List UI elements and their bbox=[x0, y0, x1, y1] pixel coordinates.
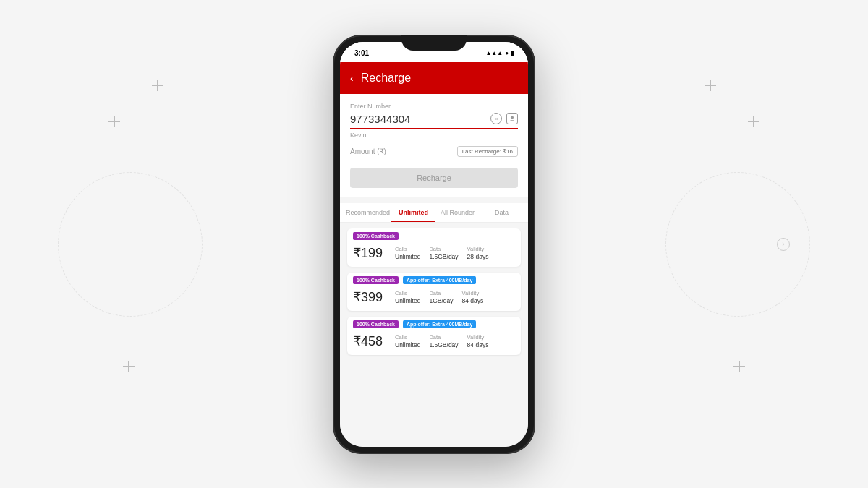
bg-cross-4 bbox=[705, 80, 716, 91]
cashback-badge-2: 100% Cashback bbox=[353, 276, 399, 284]
plan-info-2: Calls Unlimited Data 1GB/day Validity 84… bbox=[395, 290, 515, 304]
calls-info-1: Calls Unlimited bbox=[395, 246, 420, 260]
back-button[interactable]: ‹ bbox=[350, 72, 354, 84]
bg-cross-5 bbox=[123, 361, 135, 372]
calls-info-2: Calls Unlimited bbox=[395, 290, 420, 304]
data-info-2: Data 1GB/day bbox=[429, 290, 453, 304]
data-label-3: Data bbox=[429, 334, 458, 341]
calls-label-2: Calls bbox=[395, 290, 420, 296]
page-background: › 3:01 ▲▲▲ ● ▮ ‹ Recharge bbox=[0, 0, 868, 488]
data-info-3: Data 1.5GB/day bbox=[429, 334, 458, 348]
number-label: Enter Number bbox=[350, 103, 518, 110]
plan-badges-2: 100% Cashback App offer: Extra 400MB/day bbox=[347, 273, 521, 286]
wifi-icon: ● bbox=[505, 50, 509, 56]
data-value-1: 1.5GB/day bbox=[429, 253, 458, 260]
battery-icon: ▮ bbox=[511, 50, 514, 56]
calls-label-3: Calls bbox=[395, 334, 420, 341]
phone-number-value[interactable]: 9773344304 bbox=[350, 113, 410, 125]
phone-notch bbox=[401, 35, 467, 51]
app-offer-badge-3: App offer: Extra 400MB/day bbox=[403, 320, 476, 328]
data-label-1: Data bbox=[429, 246, 458, 252]
plan-details-3: ₹458 Calls Unlimited Data 1.5GB/day bbox=[347, 330, 521, 355]
plans-list: 100% Cashback ₹199 Calls Unlimited Data bbox=[340, 223, 528, 361]
calls-label-1: Calls bbox=[395, 246, 420, 252]
bg-arrow-circle: › bbox=[777, 238, 790, 251]
cashback-badge-1: 100% Cashback bbox=[353, 232, 399, 240]
phone-screen: 3:01 ▲▲▲ ● ▮ ‹ Recharge Enter Number 977 bbox=[340, 42, 528, 447]
app-header: ‹ Recharge bbox=[340, 62, 528, 94]
amount-label[interactable]: Amount (₹) bbox=[350, 147, 386, 155]
validity-value-3: 84 days bbox=[467, 341, 489, 348]
calls-value-3: Unlimited bbox=[395, 341, 420, 348]
bg-cross-6 bbox=[733, 361, 745, 372]
calls-info-3: Calls Unlimited bbox=[395, 334, 420, 348]
calls-value-1: Unlimited bbox=[395, 253, 420, 260]
status-icons: ▲▲▲ ● ▮ bbox=[485, 50, 514, 56]
bg-cross-1 bbox=[109, 116, 120, 127]
contact-picker-icon[interactable] bbox=[506, 113, 518, 124]
plan-details-1: ₹199 Calls Unlimited Data 1.5GB/day bbox=[347, 242, 521, 267]
validity-info-1: Validity 28 days bbox=[467, 246, 489, 260]
bg-arc-left bbox=[58, 172, 203, 317]
status-time: 3:01 bbox=[354, 49, 369, 57]
plan-details-2: ₹399 Calls Unlimited Data 1GB/day bbox=[347, 286, 521, 311]
clear-icon[interactable]: × bbox=[490, 113, 502, 124]
number-icons: × bbox=[490, 113, 518, 124]
data-value-2: 1GB/day bbox=[429, 297, 453, 304]
calls-value-2: Unlimited bbox=[395, 297, 420, 304]
tab-data[interactable]: Data bbox=[480, 203, 524, 222]
content-area: Enter Number 9773344304 × bbox=[340, 94, 528, 447]
validity-label-3: Validity bbox=[467, 334, 489, 341]
tabs-row: Recommended Unlimited All Rounder Data bbox=[340, 203, 528, 223]
plan-badges-3: 100% Cashback App offer: Extra 400MB/day bbox=[347, 317, 521, 330]
last-recharge-badge: Last Recharge: ₹16 bbox=[457, 146, 518, 157]
validity-value-2: 84 days bbox=[462, 297, 484, 304]
validity-label-1: Validity bbox=[467, 246, 489, 252]
plan-info-1: Calls Unlimited Data 1.5GB/day Validity … bbox=[395, 246, 515, 260]
amount-row: Amount (₹) Last Recharge: ₹16 bbox=[350, 146, 518, 160]
phone-frame: 3:01 ▲▲▲ ● ▮ ‹ Recharge Enter Number 977 bbox=[333, 35, 535, 454]
signal-icon: ▲▲▲ bbox=[485, 50, 503, 56]
data-label-2: Data bbox=[429, 290, 453, 296]
plan-price-2: ₹399 bbox=[353, 289, 388, 305]
plan-price-1: ₹199 bbox=[353, 245, 388, 261]
plan-info-3: Calls Unlimited Data 1.5GB/day Validity … bbox=[395, 334, 515, 348]
svg-point-0 bbox=[511, 116, 514, 119]
subscriber-name: Kevin bbox=[350, 132, 518, 139]
data-info-1: Data 1.5GB/day bbox=[429, 246, 458, 260]
plan-card-2[interactable]: 100% Cashback App offer: Extra 400MB/day… bbox=[347, 273, 521, 311]
plan-card-3[interactable]: 100% Cashback App offer: Extra 400MB/day… bbox=[347, 317, 521, 355]
validity-info-3: Validity 84 days bbox=[467, 334, 489, 348]
validity-value-1: 28 days bbox=[467, 253, 489, 260]
data-value-3: 1.5GB/day bbox=[429, 341, 458, 348]
input-card: Enter Number 9773344304 × bbox=[340, 94, 528, 197]
tab-unlimited[interactable]: Unlimited bbox=[391, 203, 435, 222]
cashback-badge-3: 100% Cashback bbox=[353, 320, 399, 328]
recharge-button[interactable]: Recharge bbox=[350, 168, 518, 188]
validity-info-2: Validity 84 days bbox=[462, 290, 484, 304]
app-offer-badge-2: App offer: Extra 400MB/day bbox=[403, 276, 476, 284]
plan-badges-1: 100% Cashback bbox=[347, 228, 521, 242]
bg-cross-3 bbox=[748, 116, 760, 127]
tab-all-rounder[interactable]: All Rounder bbox=[435, 203, 480, 222]
validity-label-2: Validity bbox=[462, 290, 484, 296]
plan-card-1[interactable]: 100% Cashback ₹199 Calls Unlimited Data bbox=[347, 228, 521, 267]
number-row: 9773344304 × bbox=[350, 113, 518, 129]
header-title: Recharge bbox=[361, 72, 411, 85]
tab-recommended[interactable]: Recommended bbox=[344, 203, 391, 222]
bg-cross-2 bbox=[152, 80, 163, 91]
plan-price-3: ₹458 bbox=[353, 333, 388, 349]
